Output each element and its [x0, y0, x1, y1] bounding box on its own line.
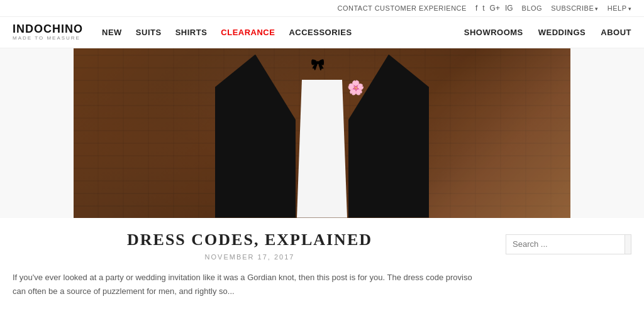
nav-item-about[interactable]: ABOUT	[601, 28, 631, 37]
logo-tagline: MADE TO MEASURE	[13, 36, 83, 41]
googleplus-icon[interactable]: G+	[490, 4, 500, 13]
twitter-icon[interactable]: t	[482, 4, 484, 13]
social-icons: f t G+ IG	[475, 4, 513, 13]
article-title: DRESS CODES, EXPLAINED	[13, 231, 487, 249]
facebook-icon[interactable]: f	[475, 4, 477, 13]
article-date: NOVEMBER 17, 2017	[13, 253, 487, 261]
nav-item-accessories[interactable]: ACCESSORIES	[289, 28, 352, 37]
nav-item-new[interactable]: NEW	[102, 28, 122, 37]
nav-item-suits[interactable]: SUITS	[136, 28, 162, 37]
hero-container	[0, 48, 644, 218]
tuxedo-illustration	[215, 55, 429, 218]
nav-left: INDOCHINO MADE TO MEASURE NEW SUITS SHIR…	[13, 23, 352, 41]
bow-tie	[311, 58, 333, 67]
main-nav: INDOCHINO MADE TO MEASURE NEW SUITS SHIR…	[0, 17, 644, 48]
primary-nav: NEW SUITS SHIRTS CLEARANCE ACCESSORIES	[102, 28, 352, 37]
utility-bar: CONTACT CUSTOMER EXPERIENCE f t G+ IG BL…	[0, 0, 644, 17]
nav-item-showrooms[interactable]: SHOWROOMS	[464, 28, 523, 37]
logo[interactable]: INDOCHINO MADE TO MEASURE	[13, 23, 83, 41]
subscribe-link[interactable]: SUBSCRIBE▾	[551, 4, 599, 12]
search-button[interactable]: 🔍	[625, 235, 631, 254]
instagram-icon[interactable]: IG	[505, 4, 513, 13]
main-content: DRESS CODES, EXPLAINED NOVEMBER 17, 2017…	[13, 231, 487, 298]
blog-link[interactable]: BLOG	[522, 4, 543, 12]
search-input[interactable]	[506, 235, 625, 253]
article-body: If you've ever looked at a party or wedd…	[13, 271, 487, 298]
search-box[interactable]: 🔍	[506, 234, 631, 254]
secondary-nav: SHOWROOMS WEDDINGS ABOUT	[464, 28, 631, 37]
content-area: DRESS CODES, EXPLAINED NOVEMBER 17, 2017…	[0, 218, 644, 311]
nav-item-clearance[interactable]: CLEARANCE	[221, 28, 275, 37]
logo-brand: INDOCHINO	[13, 23, 83, 36]
boutonniere	[347, 80, 366, 102]
nav-item-weddings[interactable]: WEDDINGS	[538, 28, 586, 37]
contact-link[interactable]: CONTACT CUSTOMER EXPERIENCE	[337, 4, 466, 12]
shirt-front	[297, 80, 347, 218]
nav-right: SHOWROOMS WEDDINGS ABOUT	[464, 28, 631, 37]
hero-image	[74, 48, 570, 218]
help-link[interactable]: HELP▾	[608, 4, 631, 12]
nav-item-shirts[interactable]: SHIRTS	[175, 28, 208, 37]
sidebar: 🔍	[506, 231, 631, 298]
